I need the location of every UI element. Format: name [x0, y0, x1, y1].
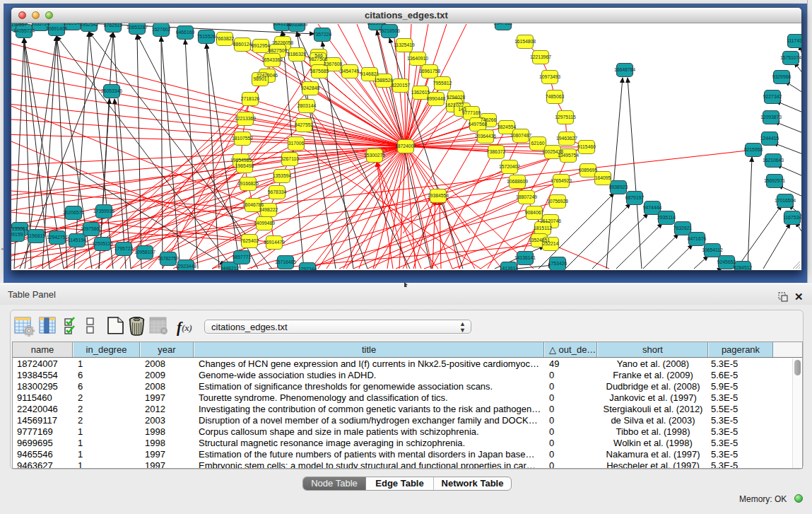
svg-text:135051: 135051 — [12, 226, 28, 231]
svg-text:14055724: 14055724 — [13, 28, 35, 33]
svg-text:5875685: 5875685 — [310, 69, 329, 74]
svg-text:3824554: 3824554 — [498, 124, 517, 129]
svg-text:9146821: 9146821 — [360, 71, 379, 76]
svg-text:3267110: 3267110 — [281, 156, 299, 161]
svg-text:9827508: 9827508 — [309, 57, 328, 62]
svg-text:1965498: 1965498 — [235, 163, 254, 168]
svg-text:14099489: 14099489 — [254, 221, 275, 226]
svg-text:13640910: 13640910 — [407, 56, 428, 61]
svg-text:18724007: 18724007 — [395, 144, 416, 148]
svg-text:8454749: 8454749 — [341, 69, 360, 74]
svg-text:12975115: 12975115 — [555, 115, 576, 119]
svg-text:(x): (x) — [182, 322, 192, 333]
svg-text:15751074: 15751074 — [780, 55, 801, 60]
svg-text:7515526: 7515526 — [197, 34, 216, 39]
svg-text:12213967: 12213967 — [530, 54, 551, 59]
svg-text:317006: 317006 — [288, 141, 305, 146]
svg-text:9448212: 9448212 — [220, 266, 240, 271]
svg-text:1244415: 1244415 — [760, 136, 779, 141]
svg-text:15716485: 15716485 — [275, 259, 296, 264]
svg-text:8427552: 8427552 — [295, 122, 314, 127]
svg-text:18807249: 18807249 — [516, 194, 537, 199]
svg-text:20691406: 20691406 — [46, 26, 67, 31]
svg-text:7955812: 7955812 — [433, 81, 452, 86]
svg-text:16120746: 16120746 — [540, 218, 561, 223]
svg-text:2803144: 2803144 — [298, 103, 317, 108]
svg-text:9115460: 9115460 — [577, 144, 596, 149]
svg-text:1117434: 1117434 — [787, 38, 801, 43]
svg-text:8912954: 8912954 — [252, 43, 271, 48]
svg-text:2367608: 2367608 — [324, 62, 343, 66]
svg-text:10975867: 10975867 — [81, 226, 102, 231]
svg-text:16543362: 16543362 — [261, 57, 283, 62]
svg-text:1795723: 1795723 — [114, 246, 134, 251]
svg-text:6879197: 6879197 — [625, 195, 645, 200]
svg-text:9857771: 9857771 — [233, 255, 252, 259]
svg-text:3498222: 3498222 — [259, 207, 278, 212]
svg-text:15226058: 15226058 — [272, 40, 293, 45]
svg-text:7357224: 7357224 — [313, 32, 332, 37]
svg-text:7663822: 7663822 — [216, 36, 235, 41]
svg-text:10654112: 10654112 — [702, 247, 723, 252]
svg-text:7632621: 7632621 — [673, 226, 693, 230]
svg-text:13495754: 13495754 — [558, 153, 579, 158]
svg-text:6497568: 6497568 — [469, 122, 488, 127]
svg-text:16961758: 16961758 — [419, 69, 440, 74]
svg-text:8762519: 8762519 — [104, 23, 123, 28]
svg-text:12505115: 12505115 — [92, 241, 113, 246]
svg-text:8860124: 8860124 — [233, 42, 252, 47]
svg-text:16046786: 16046786 — [242, 202, 264, 207]
svg-text:1413614: 1413614 — [500, 266, 519, 271]
svg-text:9794028: 9794028 — [447, 95, 466, 100]
svg-text:1353594: 1353594 — [273, 173, 292, 178]
svg-text:98901: 98901 — [254, 76, 267, 81]
svg-text:19654985: 19654985 — [230, 158, 252, 163]
svg-text:17016504: 17016504 — [775, 198, 796, 203]
svg-text:9245652: 9245652 — [717, 259, 736, 264]
svg-text:8186328: 8186328 — [288, 52, 307, 57]
svg-text:190557: 190557 — [11, 23, 28, 27]
svg-text:1362615: 1362615 — [411, 90, 430, 95]
svg-text:18107552: 18107552 — [232, 136, 253, 141]
svg-text:12942757: 12942757 — [47, 235, 68, 240]
svg-text:252214: 252214 — [543, 241, 559, 246]
svg-text:16914479: 16914479 — [264, 240, 285, 245]
svg-text:9329966: 9329966 — [772, 74, 792, 79]
svg-text:15692971: 15692971 — [764, 178, 785, 183]
svg-text:1952542: 1952542 — [80, 23, 99, 27]
svg-text:9777169: 9777169 — [462, 110, 481, 115]
svg-text:7625402: 7625402 — [240, 238, 259, 243]
svg-text:15720407: 15720407 — [499, 164, 520, 169]
svg-text:19463627: 19463627 — [556, 136, 577, 141]
svg-text:26053346: 26053346 — [101, 88, 122, 93]
svg-text:19384554: 19384554 — [428, 193, 449, 198]
svg-text:1527602: 1527602 — [152, 27, 171, 32]
svg-text:8471676: 8471676 — [688, 236, 707, 241]
svg-text:17359938: 17359938 — [93, 209, 114, 214]
svg-text:15300275: 15300275 — [364, 153, 385, 158]
svg-text:5678334: 5678334 — [268, 189, 287, 194]
svg-text:17654923: 17654923 — [551, 178, 572, 183]
svg-text:9284512: 9284512 — [734, 265, 753, 270]
svg-text:12093873: 12093873 — [760, 115, 782, 119]
svg-text:16033809: 16033809 — [286, 23, 307, 27]
svg-text:10688609: 10688609 — [507, 179, 528, 184]
svg-text:19218506: 19218506 — [379, 28, 400, 33]
svg-text:7386372: 7386372 — [487, 149, 506, 154]
svg-text:19166825: 19166825 — [237, 181, 259, 186]
svg-text:1753426: 1753426 — [548, 261, 567, 266]
svg-text:20206576: 20206576 — [63, 210, 84, 215]
svg-text:8813054: 8813054 — [367, 23, 387, 25]
svg-text:2718126: 2718126 — [241, 96, 260, 101]
svg-text:10653287: 10653287 — [126, 25, 148, 30]
svg-text:11325419: 11325419 — [394, 42, 415, 47]
svg-text:16154808: 16154808 — [514, 39, 536, 44]
svg-text:1145194: 1145194 — [68, 238, 86, 243]
svg-text:1815112: 1815112 — [534, 226, 552, 230]
svg-text:9242848: 9242848 — [301, 86, 320, 90]
svg-text:99159: 99159 — [11, 232, 23, 237]
svg-text:20364436: 20364436 — [475, 134, 496, 139]
svg-text:8990448: 8990448 — [427, 96, 446, 101]
svg-text:10807487: 10807487 — [510, 133, 531, 138]
svg-text:2047682: 2047682 — [494, 23, 513, 25]
